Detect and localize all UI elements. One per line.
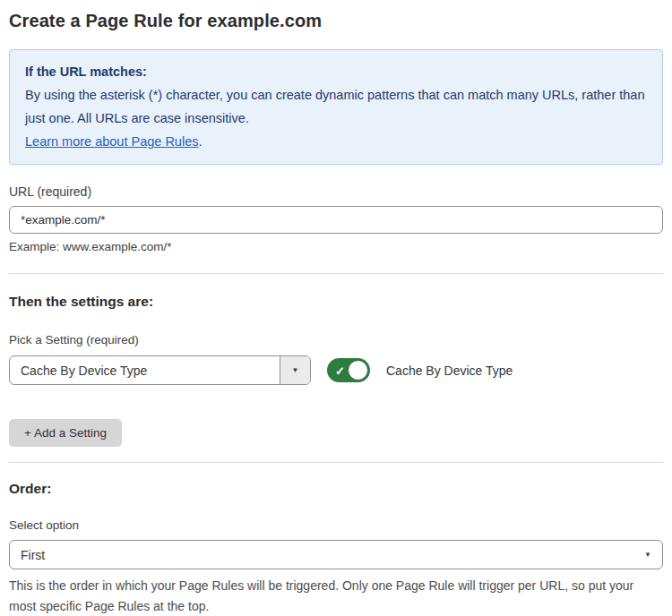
page-title: Create a Page Rule for example.com — [9, 11, 663, 31]
url-match-info-box: If the URL matches: By using the asteris… — [9, 49, 663, 165]
page-rule-form: Create a Page Rule for example.com If th… — [0, 0, 672, 616]
info-box-body: By using the asterisk (*) character, you… — [25, 83, 647, 130]
cache-by-device-type-toggle[interactable]: ✓ — [327, 358, 370, 382]
url-field-helper: Example: www.example.com/* — [9, 240, 663, 253]
setting-picker-label: Pick a Setting (required) — [9, 333, 663, 346]
info-box-heading: If the URL matches: — [25, 60, 647, 83]
divider — [9, 273, 663, 274]
url-field-label: URL (required) — [9, 184, 663, 199]
divider — [9, 462, 663, 463]
add-setting-button[interactable]: + Add a Setting — [9, 419, 122, 447]
info-box-link-line: Learn more about Page Rules. — [25, 130, 647, 153]
setting-select-arrow-button[interactable]: ▼ — [280, 356, 310, 384]
check-icon: ✓ — [335, 364, 345, 376]
order-select[interactable]: First ▼ — [9, 540, 663, 569]
chevron-down-icon: ▼ — [292, 367, 299, 374]
setting-select-value: Cache By Device Type — [10, 356, 280, 384]
order-section-heading: Order: — [9, 481, 663, 497]
toggle-knob — [348, 360, 368, 381]
setting-row: Cache By Device Type ▼ ✓ Cache By Device… — [9, 355, 663, 385]
order-select-label: Select option — [9, 518, 663, 532]
chevron-down-icon: ▼ — [644, 552, 651, 559]
link-suffix: . — [198, 134, 202, 149]
setting-select[interactable]: Cache By Device Type ▼ — [9, 355, 311, 385]
learn-more-link[interactable]: Learn more about Page Rules — [25, 134, 198, 149]
order-helper-text: This is the order in which your Page Rul… — [9, 576, 663, 616]
order-select-value: First — [21, 548, 644, 562]
settings-section-heading: Then the settings are: — [9, 294, 663, 310]
toggle-label: Cache By Device Type — [386, 364, 513, 378]
add-setting-wrap: + Add a Setting — [9, 419, 663, 447]
url-input[interactable] — [9, 206, 663, 234]
